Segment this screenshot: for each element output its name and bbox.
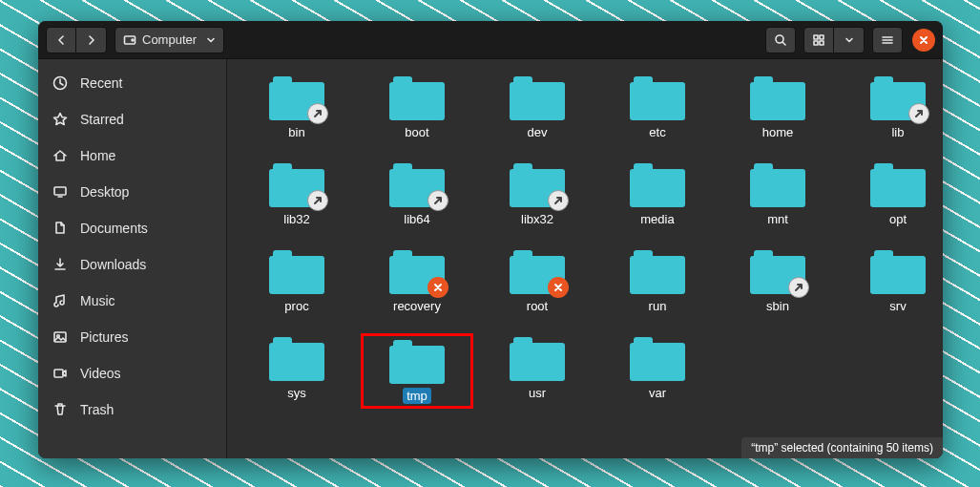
folder-icon (389, 250, 445, 294)
house-icon (52, 147, 69, 164)
folder-home[interactable]: home (721, 73, 834, 142)
sidebar-item-documents[interactable]: Documents (38, 210, 226, 246)
sidebar-item-label: Music (80, 293, 115, 308)
sidebar-item-pictures[interactable]: Pictures (38, 319, 226, 355)
icon-grid: binbootdevetchomeliblib32lib64libx32medi… (227, 59, 943, 409)
svg-rect-3 (814, 35, 818, 39)
folder-lib[interactable]: lib (842, 73, 943, 142)
search-icon (774, 33, 787, 47)
search-button[interactable] (765, 27, 796, 53)
icon-view-button[interactable] (803, 27, 834, 53)
folder-label: srv (886, 298, 909, 314)
folder-run[interactable]: run (601, 246, 714, 316)
folder-sys[interactable]: sys (240, 333, 353, 409)
window-body: RecentStarredHomeDesktopDocumentsDownloa… (38, 59, 943, 458)
path-label: Computer (142, 32, 197, 47)
chevron-down-icon (844, 35, 854, 45)
folder-icon (630, 163, 685, 207)
sidebar-item-label: Videos (80, 366, 121, 381)
folder-label: recovery (389, 298, 445, 314)
folder-icon (510, 163, 565, 207)
folder-label: libx32 (517, 211, 557, 227)
folder-root[interactable]: root (481, 246, 594, 316)
music-icon (52, 292, 69, 309)
svg-rect-4 (820, 35, 824, 39)
folder-label: sbin (762, 298, 793, 314)
folder-usr[interactable]: usr (481, 333, 594, 409)
hamburger-button[interactable] (872, 27, 903, 53)
folder-label: run (645, 298, 671, 314)
folder-label: media (636, 211, 678, 227)
folder-icon (870, 163, 926, 207)
folder-icon (630, 250, 685, 294)
file-manager-window: Computer RecentStarredHomeDesktopDocumen… (38, 21, 943, 458)
folder-label: proc (281, 298, 312, 314)
clock-icon (52, 74, 69, 92)
symlink-badge-icon (427, 190, 448, 211)
folder-label: lib64 (400, 211, 433, 227)
forward-button[interactable] (76, 27, 107, 53)
folder-media[interactable]: media (601, 159, 714, 229)
folder-icon (389, 76, 445, 120)
sidebar-item-starred[interactable]: Starred (38, 101, 226, 138)
folder-label: dev (524, 124, 552, 140)
nav-buttons (46, 27, 107, 53)
sidebar-item-recent[interactable]: Recent (38, 65, 226, 101)
view-switcher (803, 27, 865, 53)
svg-point-1 (132, 39, 134, 41)
folder-etc[interactable]: etc (601, 73, 714, 142)
symlink-badge-icon (307, 103, 328, 124)
trash-icon (52, 401, 69, 418)
no-access-badge-icon (548, 277, 569, 298)
folder-icon (630, 337, 685, 381)
folder-icon (510, 76, 565, 120)
folder-tmp[interactable]: tmp (361, 333, 473, 409)
sidebar-item-label: Documents (80, 221, 148, 236)
folder-srv[interactable]: srv (842, 246, 943, 316)
folder-sbin[interactable]: sbin (721, 246, 834, 316)
sidebar-item-videos[interactable]: Videos (38, 355, 226, 392)
folder-icon (269, 337, 324, 381)
titlebar: Computer (38, 21, 943, 59)
status-bar: “tmp” selected (containing 50 items) (741, 437, 943, 458)
video-icon (52, 365, 69, 382)
sidebar-item-downloads[interactable]: Downloads (38, 246, 226, 283)
close-button[interactable] (912, 29, 935, 52)
path-bar[interactable]: Computer (115, 27, 224, 53)
sidebar-item-label: Downloads (80, 257, 146, 272)
folder-lib32[interactable]: lib32 (240, 159, 353, 229)
folder-mnt[interactable]: mnt (721, 159, 834, 229)
menu-icon (881, 33, 894, 47)
picture-icon (52, 328, 69, 346)
sidebar-item-trash[interactable]: Trash (38, 392, 226, 428)
file-icon (52, 220, 69, 237)
folder-proc[interactable]: proc (240, 246, 353, 316)
file-pane[interactable]: binbootdevetchomeliblib32lib64libx32medi… (227, 59, 943, 458)
back-button[interactable] (46, 27, 76, 53)
folder-icon (870, 76, 926, 120)
folder-icon (269, 250, 324, 294)
folder-boot[interactable]: boot (361, 73, 473, 142)
folder-label: mnt (763, 211, 792, 227)
sidebar-item-home[interactable]: Home (38, 138, 226, 174)
folder-lib64[interactable]: lib64 (361, 159, 473, 229)
view-options-button[interactable] (834, 27, 865, 53)
folder-icon (510, 250, 565, 294)
star-icon (52, 111, 69, 128)
symlink-badge-icon (788, 277, 809, 298)
folder-var[interactable]: var (601, 333, 714, 409)
folder-recovery[interactable]: recovery (361, 246, 473, 316)
folder-icon (269, 76, 324, 120)
sidebar-item-desktop[interactable]: Desktop (38, 174, 226, 210)
folder-dev[interactable]: dev (481, 73, 594, 142)
folder-libx32[interactable]: libx32 (481, 159, 594, 229)
chevron-down-icon (206, 35, 216, 45)
folder-opt[interactable]: opt (842, 159, 943, 229)
folder-label: root (523, 298, 552, 314)
sidebar-item-music[interactable]: Music (38, 283, 226, 319)
folder-label: bin (284, 124, 308, 140)
folder-bin[interactable]: bin (240, 73, 353, 142)
close-icon (919, 35, 928, 45)
svg-rect-5 (814, 41, 818, 45)
folder-label: lib32 (280, 211, 313, 227)
